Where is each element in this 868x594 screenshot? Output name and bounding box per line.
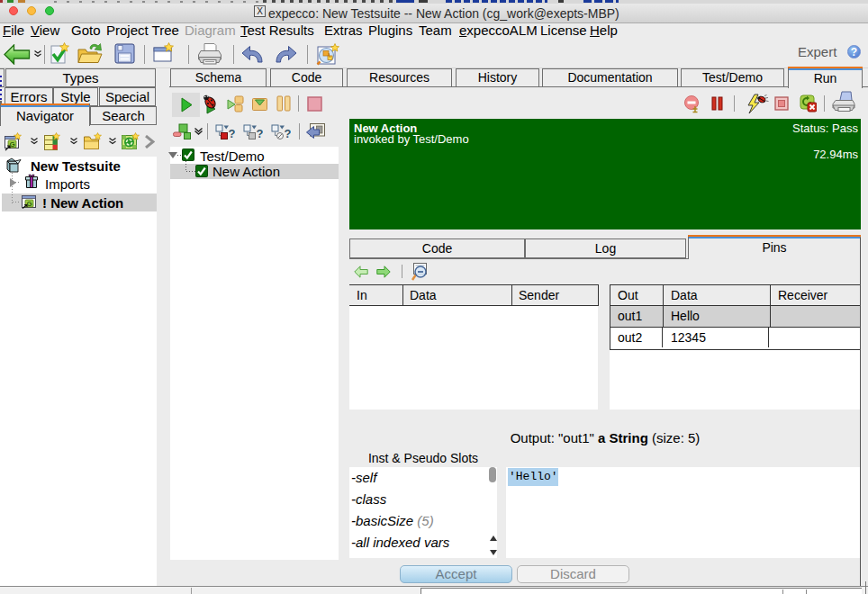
svg-text:?: ?: [229, 127, 236, 140]
svg-text:?: ?: [285, 127, 292, 140]
svg-text:?: ?: [257, 127, 264, 140]
